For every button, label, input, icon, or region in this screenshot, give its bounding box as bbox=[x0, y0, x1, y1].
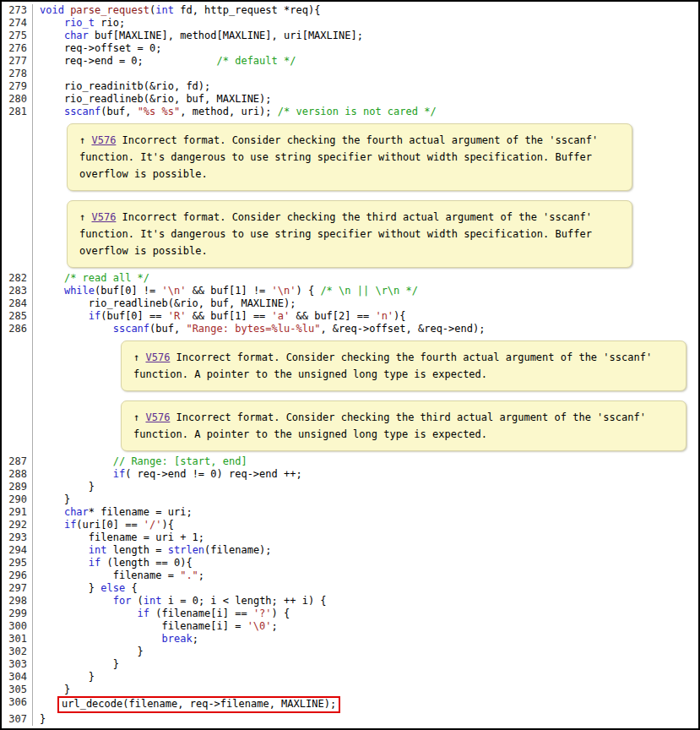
code-text: char* filename = uri; bbox=[33, 506, 193, 519]
line-number: 276 bbox=[2, 42, 33, 55]
code-text: req->offset = 0; bbox=[33, 42, 162, 55]
line-number: 287 bbox=[2, 455, 33, 468]
line-number: 302 bbox=[2, 646, 33, 658]
code-text bbox=[33, 68, 46, 80]
line-number: 284 bbox=[2, 297, 33, 310]
code-text: // Range: [start, end] bbox=[33, 455, 247, 468]
code-text: filename[i] = '\0'; bbox=[33, 620, 278, 633]
line-number: 299 bbox=[2, 607, 33, 620]
warning-text: Incorrect format. Consider checking the … bbox=[79, 211, 592, 257]
code-text: } bbox=[33, 493, 70, 506]
code-line: 276 req->offset = 0; bbox=[2, 42, 698, 55]
warning-box: ↑ V576 Incorrect format. Consider checki… bbox=[121, 340, 686, 391]
code-text: filename = "."; bbox=[33, 569, 204, 582]
line-number: 275 bbox=[2, 30, 33, 42]
code-text: } else { bbox=[33, 582, 138, 595]
code-text: /* read all */ bbox=[33, 272, 149, 285]
code-text: int length = strlen(filename); bbox=[33, 544, 272, 557]
code-text: } bbox=[33, 671, 95, 684]
code-line: 277 req->end = 0; /* default */ bbox=[2, 55, 698, 68]
code-text: if(uri[0] == '/'){ bbox=[33, 519, 174, 531]
code-line: 296 filename = "."; bbox=[2, 569, 698, 582]
code-line: 304 } bbox=[2, 671, 698, 684]
line-number: 303 bbox=[2, 658, 33, 671]
warning-cell: ↑ V576 Incorrect format. Consider checki… bbox=[33, 118, 698, 195]
line-number: 305 bbox=[2, 684, 33, 696]
code-text: } bbox=[33, 646, 144, 658]
line-number: 292 bbox=[2, 519, 33, 531]
line-number: 294 bbox=[2, 544, 33, 557]
line-number: 290 bbox=[2, 493, 33, 506]
code-line: 301 break; bbox=[2, 633, 698, 646]
code-line: 305 } bbox=[2, 684, 698, 696]
line-number: 295 bbox=[2, 557, 33, 569]
code-text: req->end = 0; /* default */ bbox=[33, 55, 296, 68]
code-text: if( req->end != 0) req->end ++; bbox=[33, 468, 302, 481]
v576-link[interactable]: V576 bbox=[91, 134, 116, 146]
warning-row: ↑ V576 Incorrect format. Consider checki… bbox=[2, 395, 698, 455]
error-highlight-box: url_decode(filename, req->filename, MAXL… bbox=[57, 696, 340, 713]
code-text: while(buf[0] != '\n' && buf[1] != '\n') … bbox=[33, 285, 418, 297]
warning-box: ↑ V576 Incorrect format. Consider checki… bbox=[121, 400, 686, 451]
code-text: sscanf(buf, "%s %s", method, uri); /* ve… bbox=[33, 106, 437, 118]
line-number: 288 bbox=[2, 468, 33, 481]
up-arrow-icon: ↑ bbox=[133, 411, 139, 423]
line-number: 304 bbox=[2, 671, 33, 684]
code-line: 307} bbox=[2, 713, 698, 726]
code-line: 289 } bbox=[2, 481, 698, 493]
line-number: 301 bbox=[2, 633, 33, 646]
line-number: 291 bbox=[2, 506, 33, 519]
up-arrow-icon: ↑ bbox=[79, 211, 85, 223]
code-text: filename = uri + 1; bbox=[33, 531, 204, 544]
code-line: 290 } bbox=[2, 493, 698, 506]
warning-box: ↑ V576 Incorrect format. Consider checki… bbox=[67, 200, 632, 268]
line-number: 278 bbox=[2, 68, 33, 80]
v576-link[interactable]: V576 bbox=[91, 211, 116, 223]
line-number: 306 bbox=[2, 696, 33, 713]
code-text: } bbox=[33, 658, 119, 671]
line-number: 283 bbox=[2, 285, 33, 297]
line-number: 296 bbox=[2, 569, 33, 582]
line-number-empty bbox=[2, 118, 33, 195]
code-line: 294 int length = strlen(filename); bbox=[2, 544, 698, 557]
code-line: 274 rio_t rio; bbox=[2, 17, 698, 30]
code-view: 273void parse_request(int fd, http_reque… bbox=[0, 0, 700, 730]
code-line: 292 if(uri[0] == '/'){ bbox=[2, 519, 698, 531]
warning-cell: ↑ V576 Incorrect format. Consider checki… bbox=[33, 335, 698, 395]
code-line: 275 char buf[MAXLINE], method[MAXLINE], … bbox=[2, 30, 698, 42]
code-text: } bbox=[33, 713, 46, 726]
line-number: 277 bbox=[2, 55, 33, 68]
code-line: 273void parse_request(int fd, http_reque… bbox=[2, 4, 698, 17]
line-number-empty bbox=[2, 395, 33, 455]
code-line: 297 } else { bbox=[2, 582, 698, 595]
line-number: 273 bbox=[2, 4, 33, 17]
warning-row: ↑ V576 Incorrect format. Consider checki… bbox=[2, 335, 698, 395]
line-number: 279 bbox=[2, 80, 33, 93]
warning-cell: ↑ V576 Incorrect format. Consider checki… bbox=[33, 195, 698, 272]
warning-cell: ↑ V576 Incorrect format. Consider checki… bbox=[33, 395, 698, 455]
code-line: 291 char* filename = uri; bbox=[2, 506, 698, 519]
code-line: 303 } bbox=[2, 658, 698, 671]
v576-link[interactable]: V576 bbox=[145, 411, 170, 423]
line-number: 285 bbox=[2, 310, 33, 323]
code-line: 288 if( req->end != 0) req->end ++; bbox=[2, 468, 698, 481]
warning-text: Incorrect format. Consider checking the … bbox=[79, 134, 598, 180]
code-line: 278 bbox=[2, 68, 698, 80]
line-number: 300 bbox=[2, 620, 33, 633]
code-line: 299 if (filename[i] == '?') { bbox=[2, 607, 698, 620]
code-line: 298 for (int i = 0; i < length; ++ i) { bbox=[2, 595, 698, 607]
warning-row: ↑ V576 Incorrect format. Consider checki… bbox=[2, 195, 698, 272]
line-number: 280 bbox=[2, 93, 33, 106]
line-number: 282 bbox=[2, 272, 33, 285]
code-text: rio_t rio; bbox=[33, 17, 125, 30]
code-line: 280 rio_readlineb(&rio, buf, MAXLINE); bbox=[2, 93, 698, 106]
v576-link[interactable]: V576 bbox=[145, 351, 170, 363]
code-text: if (length == 0){ bbox=[33, 557, 193, 569]
warning-text: Incorrect format. Consider checking the … bbox=[133, 351, 652, 380]
code-text: for (int i = 0; i < length; ++ i) { bbox=[33, 595, 327, 607]
line-number: 297 bbox=[2, 582, 33, 595]
code-line: 293 filename = uri + 1; bbox=[2, 531, 698, 544]
line-number: 307 bbox=[2, 713, 33, 726]
code-line: 282 /* read all */ bbox=[2, 272, 698, 285]
code-text: } bbox=[33, 481, 95, 493]
